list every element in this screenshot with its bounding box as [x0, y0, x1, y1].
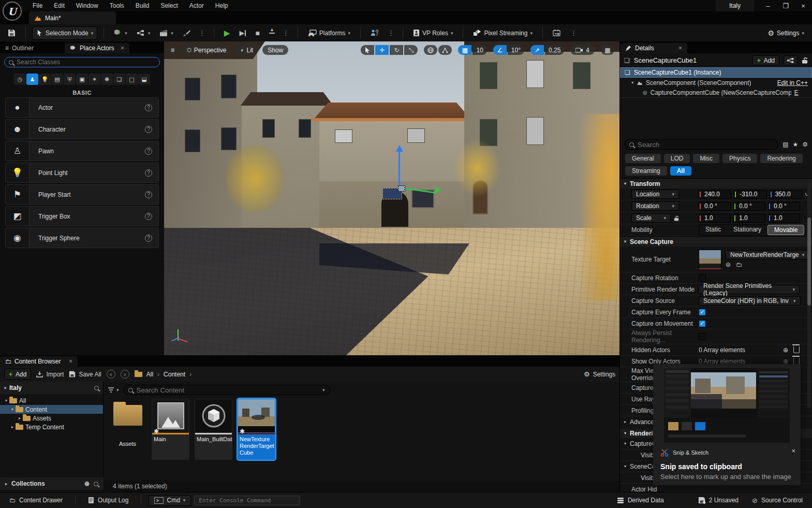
scene-component-section-row[interactable]: SceneCo: [630, 463, 655, 470]
details-settings-gear-icon[interactable]: ⚙: [802, 141, 808, 148]
menu-build[interactable]: Build: [130, 0, 155, 11]
search-icon[interactable]: [94, 482, 98, 486]
tab-details[interactable]: Details ×: [620, 43, 687, 53]
cmd-dropdown[interactable]: >_ Cmd▾: [149, 495, 191, 506]
asset-tile-main[interactable]: ✱ Main: [152, 399, 189, 460]
maximize-button[interactable]: ❐: [777, 0, 794, 11]
details-search-input[interactable]: [638, 141, 773, 149]
notification-subtitle[interactable]: Select here to mark up and share the ima…: [660, 473, 791, 481]
component-row-scenecomponent[interactable]: ▾ SceneComponent (SceneComponent) Edit i…: [620, 78, 812, 88]
toolbar-overflow-dots[interactable]: ⋮: [197, 29, 208, 37]
tree-item-temp-content[interactable]: ▸Temp Content: [0, 423, 103, 431]
rotation-x-field[interactable]: 0.0 °: [699, 202, 731, 211]
place-item-player-start[interactable]: ⚑ Player Start ?: [5, 184, 159, 205]
breadcrumb-all[interactable]: All: [146, 371, 153, 378]
mobility-movable[interactable]: Movable: [767, 225, 804, 235]
scale-snap-value[interactable]: 0.25: [545, 45, 564, 55]
place-item-point-light[interactable]: 💡 Point Light ?: [5, 163, 159, 183]
asset-tile-newtexturerendertargetcube[interactable]: ✱ NewTexture RenderTarget Cube: [238, 399, 275, 460]
help-icon[interactable]: ?: [145, 191, 152, 198]
cb-save-all-button[interactable]: Save All: [69, 371, 101, 378]
chevron-right-icon[interactable]: ▸: [19, 416, 21, 420]
trash-icon[interactable]: [793, 346, 800, 353]
cb-settings-button[interactable]: ⚙ Settings: [584, 370, 615, 378]
blueprints-button[interactable]: ▾: [133, 27, 154, 39]
search-content-input[interactable]: [137, 386, 319, 394]
lights-category-icon[interactable]: 💡: [39, 74, 51, 85]
details-search-box[interactable]: [624, 139, 778, 150]
chip-rendering[interactable]: Rendering: [760, 154, 802, 163]
component-row-capturecube[interactable]: ◎ CaptureComponentCube (NewSceneCaptureC…: [620, 88, 812, 97]
mobility-static[interactable]: Static: [699, 225, 727, 235]
grid-snap-value[interactable]: 10: [473, 45, 486, 55]
snip-thumbnail[interactable]: [664, 368, 790, 443]
menu-help[interactable]: Help: [210, 0, 234, 11]
capture-category-row[interactable]: CaptureC: [630, 440, 656, 447]
vp-roles-dropdown[interactable]: VP Roles▾: [409, 27, 456, 39]
primitive-render-mode-dropdown[interactable]: Render Scene Primitives (Legacy)▾: [699, 285, 800, 294]
asset-tile-assets-folder[interactable]: Assets: [109, 399, 146, 449]
chevron-down-icon[interactable]: ▾: [5, 398, 7, 403]
platforms-dropdown[interactable]: Platforms▾: [304, 27, 354, 39]
basic-category-icon[interactable]: ♟: [26, 74, 38, 85]
media-dots[interactable]: ⋮: [568, 29, 579, 37]
location-dropdown[interactable]: Location▾: [631, 190, 679, 199]
rotation-z-field[interactable]: 0.0 °: [768, 202, 800, 211]
shapes-category-icon[interactable]: ⛨: [64, 74, 76, 85]
chip-streaming[interactable]: Streaming: [625, 166, 667, 176]
stop-button[interactable]: ■: [252, 27, 263, 39]
scale-lock-icon[interactable]: [674, 215, 679, 221]
blueprint-edit-button[interactable]: [784, 55, 798, 65]
eject-button[interactable]: ▲: [265, 27, 278, 39]
select-tool-button[interactable]: [361, 45, 374, 55]
advanced-collapsed-row[interactable]: Advance: [630, 418, 654, 426]
breadcrumb-content[interactable]: Content: [164, 371, 185, 378]
source-control-button[interactable]: ⊘ Source Control: [747, 492, 808, 508]
location-y-field[interactable]: -310.0: [734, 190, 766, 199]
panels-category-icon[interactable]: ▢: [126, 74, 138, 85]
collections-bar[interactable]: ▸ Collections ⊕: [0, 477, 104, 490]
close-icon[interactable]: ×: [678, 45, 682, 52]
pixel-streaming-dropdown[interactable]: Pixel Streaming▾: [469, 27, 536, 39]
chevron-right-icon[interactable]: ▸: [11, 425, 13, 429]
asset-tile-main-builtdata[interactable]: Main_BuiltData: [195, 399, 232, 460]
add-component-button[interactable]: + Add: [752, 55, 779, 65]
menu-actor[interactable]: Actor: [184, 0, 210, 11]
lit-dropdown[interactable]: ◐ Lit: [235, 45, 258, 55]
use-selected-asset-icon[interactable]: ⊜: [726, 261, 731, 268]
scale-snap-toggle[interactable]: ↗: [530, 45, 544, 55]
chip-misc[interactable]: Misc: [693, 154, 719, 163]
help-icon[interactable]: ?: [145, 169, 152, 177]
transform-section-header[interactable]: ▾ Transform: [620, 178, 812, 188]
details-scrollbar[interactable]: [807, 180, 811, 408]
all-classes-category-icon[interactable]: ❏: [113, 74, 125, 85]
scale-x-field[interactable]: 1.0: [699, 214, 731, 223]
perspective-dropdown[interactable]: ⬡ Perspective: [182, 45, 231, 55]
menu-edit[interactable]: Edit: [48, 0, 70, 11]
edit-link-truncated[interactable]: E: [794, 89, 799, 96]
gizmo-z-axis[interactable]: [398, 150, 400, 191]
multi-user-dots[interactable]: ⋮: [386, 29, 396, 37]
recently-placed-icon[interactable]: ◷: [14, 74, 26, 85]
rotation-snap-value[interactable]: 10°: [508, 45, 524, 55]
chevron-down-icon[interactable]: ▾: [631, 80, 633, 85]
save-button[interactable]: [4, 27, 19, 39]
mobility-stationary[interactable]: Stationary: [727, 225, 767, 235]
surface-snapping-button[interactable]: [438, 45, 452, 55]
unsaved-button[interactable]: ✱ 2 Unsaved: [693, 492, 744, 508]
help-icon[interactable]: ?: [145, 126, 152, 133]
cinematic-category-icon[interactable]: ▤: [51, 74, 63, 85]
menu-tools[interactable]: Tools: [104, 0, 130, 11]
search-classes-box[interactable]: [4, 57, 160, 67]
always-persist-checkbox[interactable]: ✓: [699, 333, 706, 340]
add-array-element-icon[interactable]: ⊕: [783, 346, 788, 354]
viewport-options-menu[interactable]: ≡: [168, 45, 178, 55]
multi-user-button[interactable]: [367, 27, 383, 39]
close-icon[interactable]: ×: [121, 45, 124, 52]
rotation-dropdown[interactable]: Rotation▾: [631, 201, 679, 211]
console-command-box[interactable]: [194, 496, 300, 505]
help-icon[interactable]: ?: [145, 104, 152, 111]
grid-snap-toggle[interactable]: ▦: [458, 45, 471, 55]
play-options-dots[interactable]: ⋮: [280, 29, 291, 37]
scale-y-field[interactable]: 1.0: [733, 214, 765, 223]
